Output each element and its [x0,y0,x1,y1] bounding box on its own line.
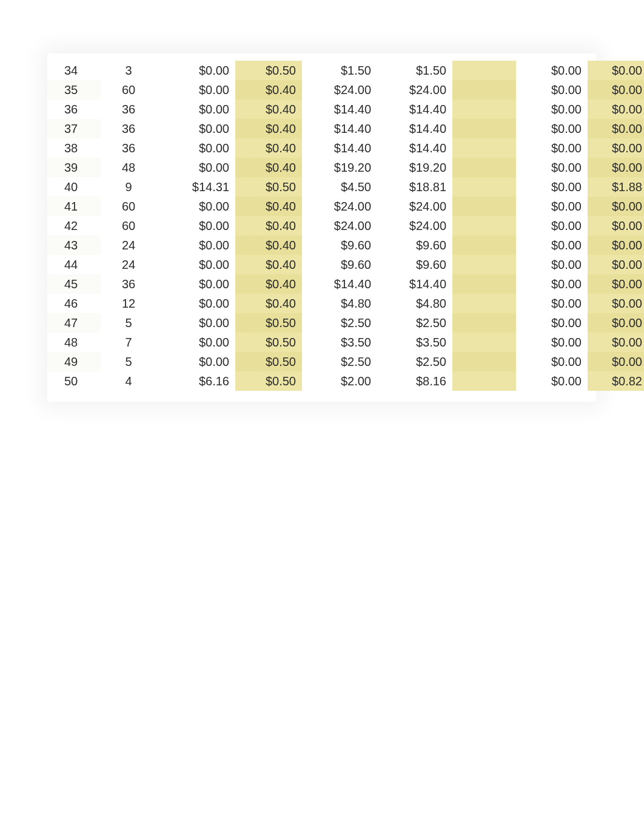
amount-cell: $0.00 [516,294,588,313]
table-row: 4260$0.00$0.40$24.00$24.00$0.00$0.00 [47,216,644,235]
amount-cell: $0.00 [163,235,235,255]
amount-cell: $0.00 [516,80,588,100]
blank-cell [452,138,516,158]
amount-cell: $0.00 [516,100,588,119]
amount-cell: $0.00 [588,235,644,255]
amount-cell: $0.00 [588,216,644,235]
page: 343$0.00$0.50$1.50$1.50$0.00$0.003560$0.… [0,0,644,835]
blank-cell [452,313,516,333]
blank-cell [452,333,516,352]
amount-cell: $3.50 [302,333,377,352]
amount-cell: $24.00 [302,216,377,235]
row-number: 35 [47,80,101,100]
amount-cell: $0.00 [516,177,588,197]
amount-cell: $0.00 [516,371,588,391]
rate-cell: $0.40 [235,255,302,274]
table-row: 504$6.16$0.50$2.00$8.16$0.00$0.82 [47,371,644,391]
amount-cell: $0.00 [163,80,235,100]
rate-cell: $0.40 [235,216,302,235]
amount-cell: $2.50 [377,352,452,371]
amount-cell: $19.20 [302,158,377,177]
amount-cell: $1.50 [377,61,452,80]
table-row: 495$0.00$0.50$2.50$2.50$0.00$0.00 [47,352,644,371]
amount-cell: $1.50 [302,61,377,80]
amount-cell: $24.00 [377,80,452,100]
amount-cell: $4.50 [302,177,377,197]
amount-cell: $0.00 [516,119,588,138]
qty-cell: 36 [101,138,163,158]
amount-cell: $19.20 [377,158,452,177]
row-number: 44 [47,255,101,274]
qty-cell: 36 [101,274,163,294]
qty-cell: 12 [101,294,163,313]
amount-cell: $0.00 [163,294,235,313]
table-row: 3636$0.00$0.40$14.40$14.40$0.00$0.00 [47,100,644,119]
amount-cell: $9.60 [302,235,377,255]
amount-cell: $0.00 [516,274,588,294]
row-number: 42 [47,216,101,235]
row-number: 45 [47,274,101,294]
blank-cell [452,294,516,313]
rate-cell: $0.50 [235,313,302,333]
blank-cell [452,371,516,391]
amount-cell: $2.50 [302,352,377,371]
row-number: 37 [47,119,101,138]
table-row: 3736$0.00$0.40$14.40$14.40$0.00$0.00 [47,119,644,138]
amount-cell: $9.60 [302,255,377,274]
rate-cell: $0.40 [235,294,302,313]
amount-cell: $24.00 [377,216,452,235]
amount-cell: $0.00 [588,352,644,371]
qty-cell: 24 [101,255,163,274]
amount-cell: $0.00 [516,333,588,352]
amount-cell: $14.40 [377,100,452,119]
amount-cell: $4.80 [377,294,452,313]
amount-cell: $0.00 [588,255,644,274]
blank-cell [452,255,516,274]
table-row: 487$0.00$0.50$3.50$3.50$0.00$0.00 [47,333,644,352]
qty-cell: 9 [101,177,163,197]
amount-cell: $14.40 [377,119,452,138]
amount-cell: $0.00 [163,333,235,352]
qty-cell: 3 [101,61,163,80]
row-number: 36 [47,100,101,119]
row-number: 40 [47,177,101,197]
amount-cell: $24.00 [302,197,377,216]
blank-cell [452,119,516,138]
blank-cell [452,216,516,235]
rate-cell: $0.40 [235,197,302,216]
rate-cell: $0.50 [235,177,302,197]
amount-cell: $24.00 [377,197,452,216]
qty-cell: 4 [101,371,163,391]
amount-cell: $0.82 [588,371,644,391]
qty-cell: 5 [101,313,163,333]
row-number: 39 [47,158,101,177]
amount-cell: $0.00 [516,313,588,333]
amount-cell: $0.00 [516,352,588,371]
amount-cell: $0.00 [163,197,235,216]
qty-cell: 36 [101,100,163,119]
amount-cell: $0.00 [163,313,235,333]
table-row: 4612$0.00$0.40$4.80$4.80$0.00$0.00 [47,294,644,313]
row-number: 48 [47,333,101,352]
amount-cell: $0.00 [163,61,235,80]
row-number: 50 [47,371,101,391]
data-table-container: 343$0.00$0.50$1.50$1.50$0.00$0.003560$0.… [47,53,596,402]
amount-cell: $0.00 [516,235,588,255]
qty-cell: 36 [101,119,163,138]
table-row: 3560$0.00$0.40$24.00$24.00$0.00$0.00 [47,80,644,100]
rate-cell: $0.40 [235,100,302,119]
table-row: 4324$0.00$0.40$9.60$9.60$0.00$0.00 [47,235,644,255]
amount-cell: $0.00 [588,80,644,100]
rate-cell: $0.40 [235,80,302,100]
amount-cell: $0.00 [516,255,588,274]
amount-cell: $2.00 [302,371,377,391]
amount-cell: $0.00 [163,352,235,371]
row-number: 43 [47,235,101,255]
amount-cell: $0.00 [163,255,235,274]
amount-cell: $0.00 [588,333,644,352]
amount-cell: $0.00 [588,197,644,216]
rate-cell: $0.50 [235,352,302,371]
amount-cell: $0.00 [163,216,235,235]
blank-cell [452,80,516,100]
rate-cell: $0.50 [235,61,302,80]
